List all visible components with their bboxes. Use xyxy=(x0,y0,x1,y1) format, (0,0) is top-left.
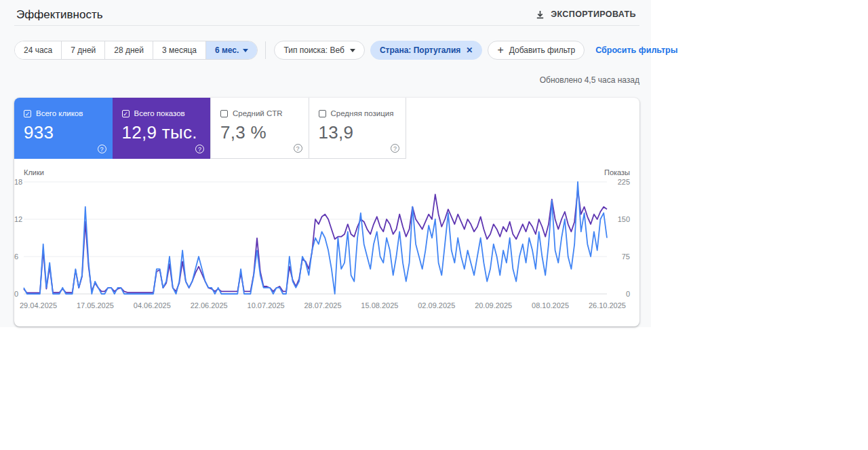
country-filter-label: Страна: Португалия xyxy=(380,45,460,55)
x-tick-label: 17.05.2025 xyxy=(77,301,114,310)
date-range-28d-label: 28 дней xyxy=(114,45,144,55)
plus-icon: + xyxy=(497,44,503,56)
metric-label: Средняя позиция xyxy=(331,109,394,117)
chart-plot-area[interactable] xyxy=(24,182,607,294)
metric-tile-average-ctr[interactable]: ✓ Средний CTR 7,3 % ? xyxy=(210,98,309,159)
page-title: Эффективность xyxy=(16,8,103,22)
performance-chart: Клики Показы 29.04.202517.05.202504.06.2… xyxy=(24,168,630,318)
filter-divider xyxy=(265,41,266,59)
y-tick-right: 75 xyxy=(622,252,630,261)
y-tick-right: 0 xyxy=(626,290,630,298)
metric-value: 933 xyxy=(24,122,104,143)
date-range-28d[interactable]: 28 дней xyxy=(104,41,153,59)
metric-label: Средний CTR xyxy=(233,109,283,117)
x-tick-label: 28.07.2025 xyxy=(304,301,341,310)
chevron-down-icon xyxy=(243,49,248,52)
date-range-group: 24 часа 7 дней 28 дней 3 месяца 6 мес. xyxy=(14,41,258,60)
date-range-24h-label: 24 часа xyxy=(24,45,52,55)
x-tick-label: 04.06.2025 xyxy=(134,301,171,310)
x-tick-label: 22.06.2025 xyxy=(191,301,228,310)
y-tick-left: 0 xyxy=(14,290,18,298)
close-icon[interactable]: ✕ xyxy=(466,45,473,55)
help-icon[interactable]: ? xyxy=(294,144,302,153)
add-filter-label: Добавить фильтр xyxy=(509,45,575,55)
x-tick-label: 08.10.2025 xyxy=(532,301,569,310)
metric-tile-average-position[interactable]: ✓ Средняя позиция 13,9 ? xyxy=(309,98,407,159)
search-type-label: Тип поиска: Веб xyxy=(283,45,344,55)
metric-tile-total-clicks[interactable]: ✓ Всего кликов 933 ? xyxy=(14,98,113,159)
date-range-3m-label: 3 месяца xyxy=(162,45,197,55)
metric-label: Всего показов xyxy=(134,109,185,117)
y-tick-left: 18 xyxy=(14,178,22,186)
page-header: Эффективность ЭКСПОРТИРОВАТЬ xyxy=(0,0,651,25)
date-range-6m-label: 6 мес. xyxy=(215,45,239,55)
y-tick-left: 6 xyxy=(14,252,18,261)
date-range-3m[interactable]: 3 месяца xyxy=(153,41,205,59)
x-tick-label: 10.07.2025 xyxy=(248,301,285,310)
help-icon[interactable]: ? xyxy=(391,144,399,153)
x-tick-label: 20.09.2025 xyxy=(475,301,512,310)
left-axis-title: Клики xyxy=(24,168,44,176)
series-impressions xyxy=(24,189,607,293)
search-console-performance-page: Эффективность ЭКСПОРТИРОВАТЬ 24 часа 7 д… xyxy=(0,0,651,327)
metric-label: Всего кликов xyxy=(36,109,83,117)
help-icon[interactable]: ? xyxy=(195,145,204,153)
checkbox-unchecked-icon[interactable]: ✓ xyxy=(220,110,228,117)
filter-bar: 24 часа 7 дней 28 дней 3 месяца 6 мес. Т… xyxy=(14,41,677,60)
metric-value: 13,9 xyxy=(319,122,398,143)
series-clicks xyxy=(24,182,607,294)
chevron-down-icon xyxy=(350,49,355,52)
x-axis-labels: 29.04.202517.05.202504.06.202522.06.2025… xyxy=(20,301,626,310)
performance-card: ✓ Всего кликов 933 ? ✓ Всего показов 12,… xyxy=(14,98,639,326)
x-tick-label: 26.10.2025 xyxy=(589,301,626,310)
checkbox-unchecked-icon[interactable]: ✓ xyxy=(319,110,326,117)
date-range-7d-label: 7 дней xyxy=(71,45,96,55)
right-axis-title: Показы xyxy=(604,168,630,176)
last-updated-text: Обновлено 4,5 часа назад xyxy=(540,75,639,85)
x-tick-label: 29.04.2025 xyxy=(20,301,57,310)
reset-filters-link[interactable]: Сбросить фильтры xyxy=(595,45,677,55)
metric-tiles: ✓ Всего кликов 933 ? ✓ Всего показов 12,… xyxy=(14,98,639,159)
y-tick-left: 12 xyxy=(14,215,22,223)
y-tick-right: 225 xyxy=(618,178,630,186)
header-divider xyxy=(14,25,639,26)
country-filter-chip[interactable]: Страна: Португалия ✕ xyxy=(370,41,483,60)
metric-value: 12,9 тыс. xyxy=(122,122,203,143)
checkbox-checked-icon[interactable]: ✓ xyxy=(24,110,31,117)
chart-svg xyxy=(24,182,607,294)
date-range-24h[interactable]: 24 часа xyxy=(15,41,61,59)
export-button[interactable]: ЭКСПОРТИРОВАТЬ xyxy=(528,5,643,23)
add-filter-button[interactable]: + Добавить фильтр xyxy=(488,41,585,60)
y-tick-right: 150 xyxy=(618,215,630,223)
search-type-chip[interactable]: Тип поиска: Веб xyxy=(274,41,364,60)
checkbox-checked-icon[interactable]: ✓ xyxy=(122,110,130,117)
x-tick-label: 02.09.2025 xyxy=(418,301,455,310)
export-button-label: ЭКСПОРТИРОВАТЬ xyxy=(551,10,636,19)
x-tick-label: 15.08.2025 xyxy=(361,301,398,310)
download-icon xyxy=(535,10,545,20)
metric-value: 7,3 % xyxy=(220,122,300,143)
date-range-6m-selected[interactable]: 6 мес. xyxy=(205,41,257,59)
metric-tile-total-impressions[interactable]: ✓ Всего показов 12,9 тыс. ? xyxy=(113,98,211,159)
date-range-7d[interactable]: 7 дней xyxy=(61,41,104,59)
help-icon[interactable]: ? xyxy=(98,145,106,153)
